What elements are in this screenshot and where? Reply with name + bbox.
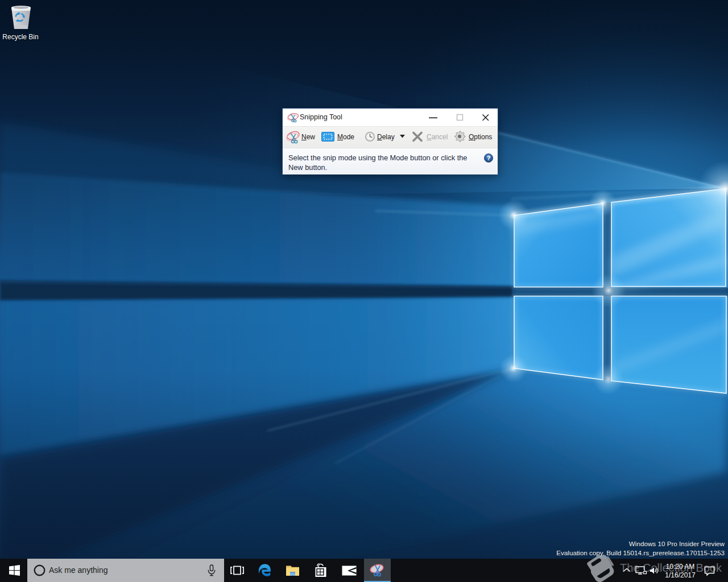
- svg-text:?: ?: [487, 155, 491, 161]
